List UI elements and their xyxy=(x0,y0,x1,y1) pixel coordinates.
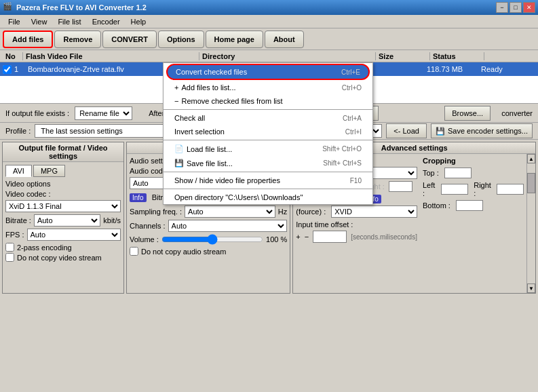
fourcc-label: (fource) : xyxy=(296,208,326,216)
video-options-row: Video options xyxy=(5,180,121,188)
converter-label: converter xyxy=(501,109,533,117)
top-input[interactable]: 0 xyxy=(444,168,472,178)
menu-item-label: Load file list... xyxy=(187,145,322,153)
offset-input-row: + − 0.000 [seconds.miliseconds] xyxy=(296,231,417,243)
scroll-up-button[interactable]: ▲ xyxy=(527,154,535,163)
codec-select[interactable]: XviD 1.1.3 Final xyxy=(5,200,121,212)
channels-label: Channels : xyxy=(130,222,166,230)
save-encoder-button[interactable]: 💾 Save encoder settings... xyxy=(431,123,533,138)
menu-file[interactable]: File xyxy=(3,16,26,27)
doc-icon: 📄 xyxy=(174,144,184,153)
no-copy-audio-checkbox[interactable] xyxy=(130,247,138,256)
output-panel-title: Output file format / Video settings xyxy=(3,142,123,162)
plus-icon: + xyxy=(296,233,300,241)
menu-item-label: Show / hide video file properties xyxy=(174,176,350,184)
menu-shortcut: Shift+ Ctrl+O xyxy=(322,145,362,153)
info-badge[interactable]: Info xyxy=(130,193,147,202)
menu-remove-checked[interactable]: − Remove checked files from list xyxy=(164,94,372,108)
menu-item-label: Invert selection xyxy=(174,128,345,136)
menu-shortcut: Ctrl+A xyxy=(343,115,362,122)
menu-item-label: Open directory "C:\Users\ \Downloads" xyxy=(174,193,362,201)
bottom-input[interactable]: 0 xyxy=(456,200,483,211)
menu-encoder[interactable]: Encoder xyxy=(87,16,126,27)
offset-input[interactable]: 0.000 xyxy=(313,231,347,243)
no-copy-label: Do not copy video stream xyxy=(17,254,102,262)
col-header-dir: Directory xyxy=(199,52,376,60)
col-header-file: Flash Video File xyxy=(23,52,199,60)
menu-open-directory[interactable]: Open directory "C:\Users\ \Downloads" xyxy=(164,191,372,204)
volume-slider[interactable] xyxy=(161,234,263,245)
prefix-icon: − xyxy=(174,97,178,105)
col-header-no: No xyxy=(3,52,23,60)
crop-top-row: Top : 0 xyxy=(423,168,524,178)
menu-shortcut: Ctrl+O xyxy=(342,84,362,92)
browse-button[interactable]: Browse... xyxy=(444,106,491,121)
convert-button[interactable]: CONVERT xyxy=(102,31,157,48)
volume-row: Volume : 100 % xyxy=(130,234,287,245)
channels-select[interactable]: Auto xyxy=(168,220,288,232)
output-label: If output file exists : xyxy=(5,109,69,117)
menu-shortcut: Shift+ Ctrl+S xyxy=(323,159,362,167)
fourcc-row: (fource) : XVID xyxy=(296,205,417,218)
menu-invert-selection[interactable]: Invert selection Ctrl+I xyxy=(164,125,372,138)
sampling-row: Sampling freq. : Auto Hz xyxy=(130,205,287,218)
menu-load-file-list[interactable]: 📄 Load file list... Shift+ Ctrl+O xyxy=(164,142,372,156)
bitrate-unit: kbit/s xyxy=(103,216,121,224)
menu-show-hide-props[interactable]: Show / hide video file properties F10 xyxy=(164,174,372,187)
no-copy-row: Do not copy video stream xyxy=(5,253,121,262)
fps-row: FPS : Auto xyxy=(5,229,121,241)
options-button[interactable]: Options xyxy=(158,31,204,48)
remove-button[interactable]: Remove xyxy=(54,31,101,48)
minimize-button[interactable]: − xyxy=(496,2,508,13)
sampling-select[interactable]: Auto xyxy=(185,205,275,218)
menu-check-all[interactable]: Check all Ctrl+A xyxy=(164,111,372,125)
maximize-button[interactable]: □ xyxy=(510,2,522,13)
offset-label: Input time offset : xyxy=(296,220,353,229)
about-button[interactable]: About xyxy=(265,31,304,48)
fourcc-select[interactable]: XVID xyxy=(331,205,417,218)
menu-add-files[interactable]: + Add files to list... Ctrl+O xyxy=(164,81,372,94)
prefix-icon: + xyxy=(174,83,178,92)
menu-view[interactable]: View xyxy=(26,16,53,27)
menu-save-file-list[interactable]: 💾 Save file list... Shift+ Ctrl+S xyxy=(164,156,372,170)
menu-item-label: Save file list... xyxy=(187,159,323,168)
tab-mpg[interactable]: MPG xyxy=(33,165,65,177)
height-input[interactable]: 240 xyxy=(389,181,412,192)
menu-convert-checked[interactable]: Convert checked files Ctrl+E xyxy=(166,64,370,80)
right-input[interactable]: 0 xyxy=(497,184,524,195)
crop-left-right-row: Left : 0 Right : 0 xyxy=(423,181,524,197)
load-button[interactable]: <- Load xyxy=(386,123,427,138)
no-copy-audio-label: Do not copy audio stream xyxy=(141,248,226,256)
menu-help[interactable]: Help xyxy=(126,16,152,27)
output-select[interactable]: Rename file xyxy=(75,106,132,120)
bitrate-select[interactable]: Auto xyxy=(34,214,100,227)
output-panel: Output file format / Video settings AVI … xyxy=(2,142,124,294)
close-button[interactable]: ✕ xyxy=(523,2,535,13)
volume-label: Volume : xyxy=(130,235,159,243)
row-size: 118.73 MB xyxy=(427,65,481,73)
crop-label: Cropping xyxy=(423,157,456,165)
menu-shortcut: Ctrl+I xyxy=(345,128,362,136)
left-label: Left : xyxy=(423,181,436,197)
add-files-button[interactable]: Add files xyxy=(3,31,53,48)
save-icon: 💾 xyxy=(174,159,184,168)
row-checkbox[interactable] xyxy=(3,65,12,74)
two-pass-checkbox[interactable] xyxy=(5,243,14,252)
title-bar: 🎬 Pazera Free FLV to AVI Converter 1.2 −… xyxy=(0,0,538,15)
menu-shortcut: F10 xyxy=(350,177,362,184)
menu-file-list[interactable]: File list xyxy=(52,16,86,27)
tab-row: AVI MPG xyxy=(5,165,121,177)
tab-avi[interactable]: AVI xyxy=(5,165,32,177)
menu-item-label: Check all xyxy=(174,114,343,122)
minus-icon: − xyxy=(305,233,309,241)
home-page-button[interactable]: Home page xyxy=(206,31,263,48)
scrollbar[interactable]: ▲ ▼ xyxy=(526,154,535,293)
scroll-down-button[interactable]: ▼ xyxy=(527,283,535,293)
no-copy-checkbox[interactable] xyxy=(5,253,14,262)
save-icon: 💾 xyxy=(436,127,445,136)
scrollbar-thumb[interactable] xyxy=(527,173,535,193)
fps-select[interactable]: Auto xyxy=(27,229,121,241)
left-input[interactable]: 0 xyxy=(441,184,468,195)
profile-label: Profile : xyxy=(5,127,31,135)
crop-bottom-row: Bottom : 0 xyxy=(423,200,524,211)
